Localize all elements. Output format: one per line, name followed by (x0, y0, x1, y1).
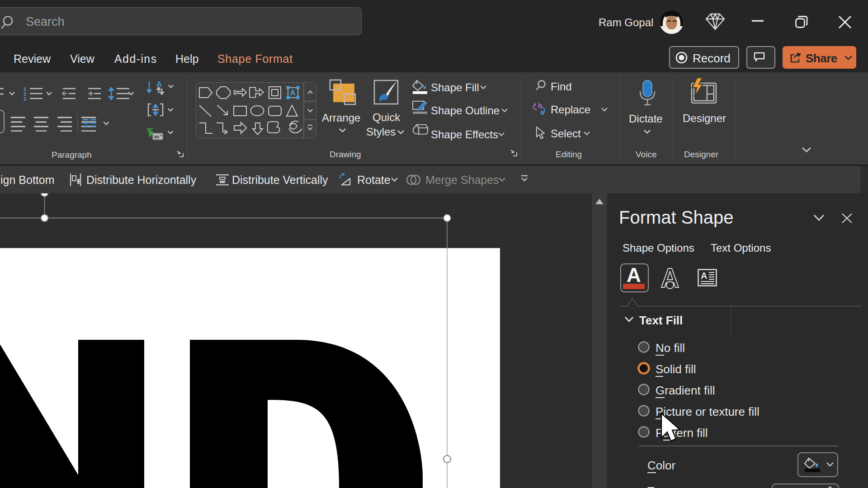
svg-text:3: 3 (24, 96, 26, 102)
svg-text:A: A (701, 271, 707, 281)
svg-text:A: A (290, 89, 296, 97)
